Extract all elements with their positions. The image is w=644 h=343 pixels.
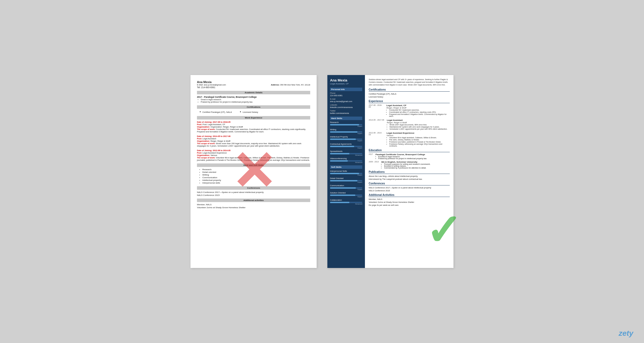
right-sidebar: Ana Mexia Legal Assistant, CP Personal I… (327, 75, 365, 268)
left-contact-row: E-Mail: ana.q.mexia@gmail.com Address: 3… (197, 84, 310, 86)
list-item: Wrote 200+ legal documents, 98% error-fr… (390, 124, 448, 126)
right-add-2: Volunteer 2x/mo at Shady Grove Homeless … (369, 201, 450, 203)
right-exp-3: 2012-06 - 2014-05 Legal Assistant Experi… (369, 132, 450, 147)
skill-research: Research Expert (330, 121, 362, 127)
pub-1: Above the Law blog—Article about intelle… (369, 175, 450, 177)
list-item: Scheduled 1,000+ appointments per year w… (390, 128, 448, 130)
cert-section-title: Certifications (369, 88, 450, 92)
work-date-2: Date of Joining: 2014-05 to 2017-06 (197, 135, 310, 137)
right-educations: 2017 Paralegal Certificate Course, Brazo… (369, 153, 450, 169)
left-academic-bullets: Great in legal research. Praised by prof… (201, 98, 310, 103)
right-conf-1: NALS Conference 2017—Spoke on a panel ab… (369, 187, 450, 189)
exp-date-1: 2017-06 - 2018-05 (369, 104, 384, 117)
email-label: E-mail (330, 98, 362, 100)
skill-detail: Detail Oriented Expert (330, 177, 362, 183)
right-summary: Solution-driven legal assistant and CP w… (369, 78, 450, 86)
work-entry-2: Date of Joining: 2014-05 to 2017-06 Post… (197, 135, 310, 147)
work-post-1: Post: Post: Legal Assistant, CP (197, 123, 310, 126)
skill-communication: Communication Expert (330, 184, 362, 190)
phone-value: 214-893-8361 (330, 94, 362, 97)
hard-skills-section: Hard Skills (330, 117, 362, 120)
left-certifications: • Certified Paralegal (CP), NALA • Licen… (200, 110, 310, 114)
skill-contracts: Contractual Agreements Expert (330, 143, 362, 149)
edu-degree-1: Paralegal Certificate Course, Brazosport… (376, 153, 427, 156)
skill-spreadsheets: Spreadsheets Advanced (330, 150, 362, 156)
work-post-3: Post: Legal Assistant Experience (197, 152, 310, 154)
left-work-entries: Date of Joining: 2017-06 to 2018-05 Post… (197, 121, 310, 161)
left-cert-bar: Certifications (197, 105, 310, 109)
add-2: Volunteer 2x/mo at Shady Grove Homeless … (197, 206, 310, 209)
list-item: Praised by professor for project in inte… (378, 158, 427, 159)
left-academic-bar: Academic Details (197, 91, 310, 94)
list-item: Volunteer fill-in legal assistant, Calla… (389, 137, 450, 139)
skill-video: Videoconferencing Advanced (330, 157, 362, 163)
skill-ip: Intellectual Property Expert (330, 136, 362, 141)
list-item: Coordinated all office IT contractors, s… (389, 111, 450, 113)
hard-skills-list: Research Expert Writing Expert Intellect… (330, 121, 362, 163)
personal-info-section: Personal Info (330, 88, 362, 91)
exp-bullets-1: Conducted 50+ trademark searches. Coordi… (389, 109, 450, 117)
left-conf-bar: Conferences (197, 186, 310, 190)
right-conferences: NALS Conference 2017—Spoke on a panel ab… (369, 187, 450, 192)
exp-section-title: Experience (369, 100, 450, 103)
cert-bullet-1: • (200, 110, 201, 114)
right-publications: Above the Law blog—Article about intelle… (369, 175, 450, 180)
list-item: Maintained AV system with zero work stop… (390, 126, 448, 128)
edu-bullets-1: Excelled in legal research. Praised by p… (378, 156, 427, 159)
main-container: ✕ Ana Mexia E-Mail: ana.q.mexia@gmail.co… (191, 75, 453, 268)
zety-watermark: zety (619, 329, 633, 338)
work-scope-3: The scope of work: Volunteer fill-in leg… (197, 156, 310, 161)
list-item: Freelance journalist, published in Parad… (389, 141, 450, 143)
work-date-3: Date of Joining: 2012-06 to 2014-05 (197, 149, 310, 152)
edu-bullets-2: Pursued a passion for writing and resear… (384, 163, 430, 169)
list-item: Writing (202, 174, 310, 176)
cert-item-2: • Licensed Notary (240, 110, 258, 114)
list-item: File clerk, Dickey, Mathieu & Hewke. (389, 139, 450, 141)
left-additional: Member, NALS Volunteer 2x/mo at Shady Gr… (197, 203, 310, 209)
exp-job-3: Legal Assistant Experience (387, 132, 450, 134)
exp-job-2: Legal Assistant (387, 119, 448, 121)
right-conf-title: Conferences (369, 182, 450, 185)
right-conf-2: NALS Conference 2015 (369, 189, 450, 192)
skill-solution: Solution Oriented Expert (330, 192, 362, 197)
right-exp-2: 2014-05 - 2017-06 Legal Assistant Reiger… (369, 119, 450, 130)
email-value: ana.q.mexia@gmail.com (330, 100, 362, 103)
left-academic-entry: 2017 - Paralegal Certificate Course, Bra… (197, 96, 310, 103)
list-item: Intellectual property (202, 179, 310, 181)
work-entry-1: Date of Joining: 2017-06 to 2018-05 Post… (197, 121, 310, 133)
exp-job-1: Legal Assistant, CP (386, 104, 450, 107)
list-item: Freelance Notary, witnessing an average … (389, 143, 450, 147)
right-additional: Member, NALS Volunteer 2x/mo at Shady Gr… (369, 198, 450, 206)
right-main-content: Solution-driven legal assistant and CP w… (365, 75, 453, 268)
right-edu-1: 2017 Paralegal Certificate Course, Brazo… (369, 153, 450, 159)
linkedin-value: linkedin.com/in/anamexia (330, 106, 362, 109)
twitter-value: twitter.com/anamexia (330, 112, 362, 114)
cert-bullet-2: • (240, 110, 241, 114)
list-item: Conducted 50+ trademark searches. (389, 109, 450, 111)
linkedin-label: LinkedIn (330, 104, 362, 106)
phone-label: Phone (330, 92, 362, 94)
cert-item-1: • Certified Paralegal (CP), NALA (200, 110, 232, 114)
exp-date-3: 2012-06 - 2014-05 (369, 132, 384, 147)
skill-interpersonal: Interpersonal Skills Expert (330, 170, 362, 176)
left-work-bar: Work Experience (197, 116, 310, 120)
work-date-1: Date of Joining: 2017-06 to 2018-05 (197, 121, 310, 123)
edu-year-2: 2009 - 2013 (369, 161, 379, 169)
exp-org-3: Various (387, 134, 450, 137)
work-org-2: Organization: Reiger, Reiger & Wolff (197, 140, 310, 142)
left-skills-bar: Hard and Soft Skills (197, 163, 310, 167)
exp-bullets-3: Volunteer fill-in legal assistant, Calla… (389, 137, 450, 147)
list-item: Great in legal research. (201, 98, 310, 101)
edu-year-1: 2017 (369, 153, 373, 159)
right-resume: ✓ Ana Mexia Legal Assistant, CP Personal… (327, 75, 453, 268)
left-resume: ✕ Ana Mexia E-Mail: ana.q.mexia@gmail.co… (191, 75, 317, 268)
conf-1: NALS Conference 2017—Spoke on a panel ab… (197, 191, 310, 193)
right-sidebar-name: Ana Mexia (330, 78, 362, 83)
right-sidebar-title: Legal Assistant, CP (330, 83, 362, 85)
list-item: Commended by 4 professors for attention … (384, 167, 430, 169)
list-item: Detail oriented (202, 171, 310, 173)
left-name: Ana Mexia (197, 80, 310, 84)
add-section-title: Additional Activities (369, 193, 450, 197)
work-org-1: Organization: Organization: Reiger, Reig… (197, 126, 310, 128)
work-scope-1: The scope of work: Conducted 50+ tradema… (197, 128, 310, 133)
